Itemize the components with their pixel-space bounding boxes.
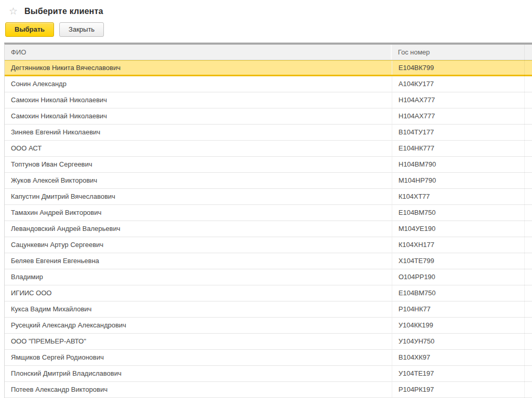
cell-gos-nomer: К104ХТ77: [392, 189, 532, 204]
table-row[interactable]: ООО "ПРЕМЬЕР-АВТО"У104УН750: [5, 334, 532, 350]
page-title: Выберите клиента: [24, 7, 103, 16]
table-row[interactable]: Потеев Александр ВикторовичР104РК197: [5, 382, 532, 398]
cell-gos-nomer: Е104ВК799: [392, 61, 532, 75]
cell-fio: Сонин Александр: [5, 76, 392, 92]
table-row[interactable]: Дегтянников Никита ВячеславовичЕ104ВК799: [5, 60, 532, 76]
cell-fio: Самохин Николай Николаевич: [5, 92, 392, 108]
cell-fio: Капустин Дмитрий Вячеславович: [5, 189, 392, 204]
favorite-star-icon[interactable]: ☆: [9, 6, 18, 16]
table-row[interactable]: Левандовский Андрей ВалерьевичМ104УЕ190: [5, 221, 532, 237]
table-row[interactable]: ВладимирО104РР190: [5, 269, 532, 285]
cell-gos-nomer: Н104АХ777: [392, 108, 532, 124]
cell-gos-nomer: Н104АХ777: [392, 92, 532, 108]
client-table: ФИО Гос номер Дегтянников Никита Вячесла…: [4, 43, 532, 398]
cell-gos-nomer: А104КУ177: [392, 76, 532, 92]
table-row[interactable]: Ямщиков Сергей РодионовичВ104ХК97: [5, 350, 532, 366]
table-row[interactable]: Топтунов Иван СергеевичН104ВМ790: [5, 157, 532, 173]
table-row[interactable]: Беляев Евгения ЕвгеньевнаХ104ТЕ799: [5, 253, 532, 269]
select-button[interactable]: Выбрать: [5, 22, 54, 37]
cell-gos-nomer: Е104ВМ750: [392, 285, 532, 301]
cell-fio: Левандовский Андрей Валерьевич: [5, 221, 392, 237]
table-row[interactable]: Русецкий Александр АлександровичУ104КК19…: [5, 318, 532, 334]
table-row[interactable]: Сонин АлександрА104КУ177: [5, 76, 532, 92]
cell-fio: Жуков Алексей Викторович: [5, 173, 392, 188]
table-row[interactable]: Капустин Дмитрий ВячеславовичК104ХТ77: [5, 189, 532, 205]
cell-fio: Сацункевич Артур Сергеевич: [5, 237, 392, 253]
table-row[interactable]: Самохин Николай НиколаевичН104АХ777: [5, 92, 532, 108]
cell-fio: Топтунов Иван Сергеевич: [5, 157, 392, 172]
cell-fio: ИГИИС ООО: [5, 285, 392, 301]
cell-gos-nomer: Х104ТЕ799: [392, 253, 532, 269]
cell-fio: Самохин Николай Николаевич: [5, 108, 392, 124]
cell-fio: Потеев Александр Викторович: [5, 382, 392, 397]
table-row[interactable]: Самохин Николай НиколаевичН104АХ777: [5, 108, 532, 125]
cell-fio: Ямщиков Сергей Родионович: [5, 350, 392, 365]
cell-fio: Плонский Дмитрий Владиславович: [5, 366, 392, 381]
table-row[interactable]: Плонский Дмитрий ВладиславовичУ104ТЕ197: [5, 366, 532, 382]
cell-gos-nomer: Е104ВМ750: [392, 205, 532, 221]
column-header-gos-nomer[interactable]: Гос номер: [392, 45, 532, 60]
table-row[interactable]: ООО АСТЕ104НК777: [5, 141, 532, 157]
cell-gos-nomer: У104УН750: [392, 334, 532, 349]
cell-fio: Дегтянников Никита Вячеславович: [5, 61, 392, 75]
command-bar: Выбрать Закрыть: [0, 20, 532, 40]
table-row[interactable]: ИГИИС ОООЕ104ВМ750: [5, 285, 532, 301]
cell-fio: Русецкий Александр Александрович: [5, 318, 392, 333]
cell-gos-nomer: В104ХК97: [392, 350, 532, 365]
cell-gos-nomer: Р104РК197: [392, 382, 532, 397]
table-row[interactable]: Сацункевич Артур СергеевичК104ХН177: [5, 237, 532, 253]
cell-gos-nomer: В104ТУ177: [392, 125, 532, 140]
cell-gos-nomer: У104КК199: [392, 318, 532, 333]
cell-gos-nomer: М104НР790: [392, 173, 532, 188]
cell-gos-nomer: Р104НК77: [392, 301, 532, 317]
cell-gos-nomer: Е104НК777: [392, 141, 532, 156]
cell-fio: Владимир: [5, 269, 392, 285]
cell-fio: Кукса Вадим Михайлович: [5, 301, 392, 317]
close-button[interactable]: Закрыть: [59, 22, 104, 37]
cell-gos-nomer: О104РР190: [392, 269, 532, 285]
cell-fio: ООО АСТ: [5, 141, 392, 156]
cell-fio: Беляев Евгения Евгеньевна: [5, 253, 392, 269]
cell-gos-nomer: У104ТЕ197: [392, 366, 532, 381]
column-header-fio[interactable]: ФИО: [5, 45, 392, 60]
cell-gos-nomer: Н104ВМ790: [392, 157, 532, 172]
cell-fio: Тамахин Андрей Викторович: [5, 205, 392, 221]
table-row[interactable]: Тамахин Андрей ВикторовичЕ104ВМ750: [5, 205, 532, 221]
table-header-row: ФИО Гос номер: [5, 45, 532, 60]
table-row[interactable]: Кукса Вадим МихайловичР104НК77: [5, 301, 532, 318]
cell-fio: ООО "ПРЕМЬЕР-АВТО": [5, 334, 392, 349]
cell-gos-nomer: М104УЕ190: [392, 221, 532, 237]
cell-gos-nomer: К104ХН177: [392, 237, 532, 253]
table-row[interactable]: Зиняев Евгений НиколаевичВ104ТУ177: [5, 125, 532, 141]
cell-fio: Зиняев Евгений Николаевич: [5, 125, 392, 140]
window-header: ☆ Выберите клиента: [0, 0, 532, 20]
table-body: Дегтянников Никита ВячеславовичЕ104ВК799…: [5, 60, 532, 398]
table-row[interactable]: Жуков Алексей ВикторовичМ104НР790: [5, 173, 532, 189]
